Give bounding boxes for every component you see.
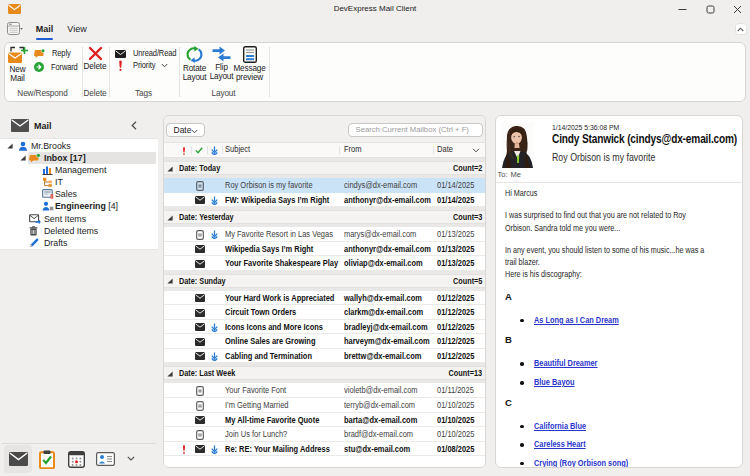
- mail-row[interactable]: Your Favorite Shakespeare Playoliviap@dx…: [164, 256, 485, 271]
- mail-row[interactable]: Join Us for Lunch?bradf@dx-email.com01/1…: [164, 427, 485, 442]
- reading-pane: 1/14/2025 5:36:08 PM Cindy Stanwick (cin…: [495, 115, 743, 468]
- column-from[interactable]: From: [344, 143, 362, 157]
- body-line: Here is his discography:: [505, 268, 704, 280]
- mail-row[interactable]: Icons Icons and More Iconsbradleyj@dx-em…: [164, 320, 485, 335]
- flip-layout-button[interactable]: FlipLayout: [209, 46, 234, 82]
- song-link[interactable]: Blue Bayou: [534, 378, 575, 388]
- close-button[interactable]: [724, 0, 750, 18]
- new-mail-button[interactable]: NewMail: [5, 46, 31, 84]
- list-group-row[interactable]: Date: Last WeekCount=13: [164, 366, 485, 380]
- body-line: trail blazer.: [505, 256, 704, 268]
- column-arrow-icon[interactable]: [211, 146, 218, 155]
- forward-button[interactable]: Forward: [34, 60, 80, 74]
- mail-subject: Your Favorite Font: [225, 383, 342, 398]
- unread-mail-icon: [195, 323, 205, 331]
- tab-view[interactable]: View: [69, 20, 86, 37]
- group-label: Date: Today: [179, 162, 220, 175]
- mail-row[interactable]: Circuit Town Ordersclarkm@dx-email.com01…: [164, 305, 485, 320]
- song-link[interactable]: As Long as I Can Dream: [534, 316, 619, 326]
- minimize-icon: [678, 5, 687, 14]
- mail-row[interactable]: FW: Wikipedia Says I’m Rightanthonyr@dx-…: [164, 193, 485, 208]
- mail-subject: Circuit Town Orders: [225, 305, 342, 320]
- low-priority-arrow-icon: [211, 323, 218, 332]
- engineering-folder-icon: [42, 201, 54, 211]
- mail-row[interactable]: Wikipedia Says I’m Rightanthonyr@dx-emai…: [164, 242, 485, 257]
- search-input[interactable]: [349, 124, 483, 137]
- folder-label: Engineering [4]: [55, 200, 118, 212]
- folder-item-engineering[interactable]: Engineering [4]: [0, 200, 158, 212]
- unread-read-icon: [115, 50, 126, 58]
- sidebar-collapse-button[interactable]: [131, 121, 137, 130]
- message-preview-button[interactable]: Messagepreview: [234, 46, 265, 83]
- mail-row[interactable]: My All-time Favorite Quotebarta@dx-email…: [164, 413, 485, 428]
- folder-item-it[interactable]: IT: [0, 176, 158, 188]
- maximize-button[interactable]: [697, 0, 723, 18]
- list-group-row[interactable]: Date: TodayCount=2: [164, 161, 485, 175]
- nav-more-button[interactable]: [127, 456, 135, 461]
- mail-row[interactable]: My Favorite Resort in Las Vegasmarys@dx-…: [164, 227, 485, 242]
- nav-tasks-button[interactable]: [33, 445, 61, 473]
- mail-row[interactable]: Your Favorite Fontvioletb@dx-email.com01…: [164, 383, 485, 398]
- nav-mail-button[interactable]: [4, 445, 32, 473]
- group-expand-icon[interactable]: [167, 166, 173, 172]
- mail-row[interactable]: Online Sales are Growingharveym@dx-email…: [164, 334, 485, 349]
- mail-subject: Roy Orbison is my favorite: [225, 178, 342, 193]
- list-group-row[interactable]: Date: SundayCount=5: [164, 274, 485, 288]
- song-link[interactable]: Careless Heart: [534, 440, 586, 450]
- song-link[interactable]: California Blue: [534, 422, 586, 432]
- list-group-row[interactable]: Date: YesterdayCount=3: [164, 210, 485, 224]
- folder-item-mr-brooks[interactable]: Mr.Brooks: [0, 140, 158, 152]
- to-value[interactable]: Me: [511, 170, 521, 179]
- mail-row[interactable]: Cabling and Terminationbrettw@dx-email.c…: [164, 349, 485, 364]
- folder-item-sales[interactable]: Sales: [0, 188, 158, 200]
- it-folder-icon: [42, 177, 53, 187]
- group-count: Count=5: [453, 275, 482, 288]
- group-by-dropdown[interactable]: Date: [166, 123, 205, 138]
- group-expand-icon[interactable]: [167, 278, 173, 284]
- column-priority-icon[interactable]: [182, 147, 186, 155]
- song-link[interactable]: Crying (Roy Orbison song): [534, 459, 628, 468]
- nav-calendar-button[interactable]: [62, 445, 90, 473]
- folder-item-deleted-items[interactable]: Deleted Items: [0, 225, 158, 237]
- minimize-button[interactable]: [669, 0, 695, 18]
- app-menu-button[interactable]: [7, 20, 33, 37]
- mail-from: anthonyr@dx-email.com: [344, 193, 436, 208]
- rotate-layout-label: RotateLayout: [183, 65, 207, 83]
- column-separator: [433, 146, 434, 154]
- mail-date: 01/08/2025: [437, 442, 474, 457]
- group-expand-icon[interactable]: [167, 371, 173, 377]
- column-flag-icon[interactable]: [195, 147, 203, 154]
- person-folder-icon: [18, 141, 28, 151]
- ribbon-group-label-new-respond: New/Respond: [4, 89, 81, 98]
- reply-button[interactable]: Reply: [34, 47, 72, 61]
- mail-row[interactable]: I’m Getting Marriedterryb@dx-email.com01…: [164, 398, 485, 413]
- delete-button[interactable]: Delete: [82, 46, 108, 72]
- tab-mail[interactable]: Mail: [36, 20, 53, 37]
- mail-subject: My All-time Favorite Quote: [225, 413, 342, 428]
- tree-expand-icon[interactable]: [20, 155, 26, 161]
- folder-item-inbox[interactable]: Inbox [17]: [0, 152, 158, 164]
- folder-item-management[interactable]: Management: [0, 164, 158, 176]
- song-link[interactable]: Beautiful Dreamer: [534, 359, 597, 369]
- mail-row[interactable]: Re: RE: Your Mailing Addressstu@dx-email…: [164, 442, 485, 457]
- folder-item-sent-items[interactable]: Sent Items: [0, 213, 158, 225]
- tree-expand-icon[interactable]: [7, 143, 13, 149]
- forward-label: Forward: [51, 63, 78, 72]
- mail-row[interactable]: Your Hard Work is Appreciatedwallyh@dx-e…: [164, 291, 485, 306]
- new-mail-label-line2: Mail: [10, 74, 24, 83]
- reply-label: Reply: [52, 49, 71, 58]
- mail-date: 01/12/2025: [437, 320, 474, 335]
- unread-mail-icon: [195, 338, 205, 346]
- column-subject[interactable]: Subject: [225, 143, 250, 157]
- body-paragraph: Hi Marcus: [505, 187, 736, 199]
- forward-icon: [34, 62, 44, 72]
- nav-contacts-button[interactable]: [92, 445, 120, 473]
- mail-subject: Your Hard Work is Appreciated: [225, 291, 342, 306]
- collapse-ribbon-button[interactable]: [735, 23, 747, 35]
- folder-item-drafts[interactable]: Drafts: [0, 237, 158, 249]
- mail-row[interactable]: Roy Orbison is my favoritecindys@dx-emai…: [164, 178, 485, 193]
- group-expand-icon[interactable]: [167, 215, 173, 221]
- rotate-layout-button[interactable]: RotateLayout: [180, 46, 209, 83]
- column-date[interactable]: Date: [437, 143, 453, 157]
- priority-button[interactable]: Priority: [115, 58, 168, 72]
